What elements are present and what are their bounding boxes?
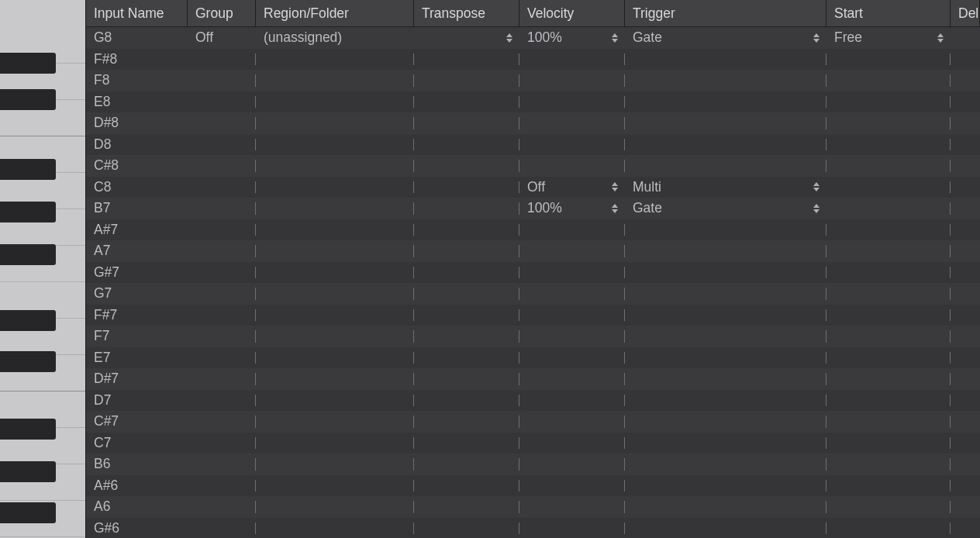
table-row[interactable]: B7100%Gate — [86, 198, 980, 219]
cell-del[interactable] — [951, 240, 980, 262]
cell-start[interactable] — [826, 305, 951, 326]
table-row[interactable]: A7 — [86, 240, 980, 262]
cell-transpose[interactable] — [414, 347, 519, 369]
cell-velocity[interactable] — [519, 219, 625, 241]
cell-group[interactable] — [188, 262, 256, 284]
col-velocity[interactable]: Velocity — [519, 0, 625, 26]
cell-velocity[interactable] — [519, 49, 625, 71]
cell-group[interactable] — [188, 411, 256, 433]
cell-region[interactable] — [256, 177, 414, 198]
cell-transpose[interactable] — [414, 27, 519, 49]
cell-trigger[interactable] — [625, 91, 826, 113]
cell-region[interactable]: (unassigned) — [256, 27, 414, 49]
cell-start[interactable] — [826, 454, 951, 475]
table-row[interactable]: C#7 — [86, 411, 980, 433]
cell-del[interactable] — [951, 70, 980, 91]
cell-trigger[interactable] — [625, 134, 826, 156]
cell-start[interactable] — [826, 518, 951, 539]
cell-start[interactable] — [826, 390, 951, 412]
cell-velocity[interactable] — [519, 91, 625, 113]
cell-group[interactable] — [188, 305, 256, 326]
cell-velocity[interactable] — [519, 240, 625, 262]
cell-trigger[interactable]: Gate — [625, 198, 826, 219]
table-row[interactable]: E8 — [86, 91, 980, 113]
cell-del[interactable] — [951, 262, 980, 284]
black-key[interactable] — [0, 53, 56, 74]
cell-del[interactable] — [951, 347, 980, 369]
cell-start[interactable] — [826, 326, 951, 347]
cell-transpose[interactable] — [414, 433, 519, 454]
cell-region[interactable] — [256, 347, 414, 369]
cell-transpose[interactable] — [414, 91, 519, 113]
cell-transpose[interactable] — [414, 475, 519, 497]
cell-del[interactable] — [951, 433, 980, 454]
cell-start[interactable] — [826, 475, 951, 497]
table-row[interactable]: A#6 — [86, 475, 980, 497]
table-row[interactable]: D7 — [86, 390, 980, 412]
cell-start[interactable] — [826, 347, 951, 369]
cell-del[interactable] — [951, 91, 980, 113]
cell-trigger[interactable] — [625, 240, 826, 262]
cell-velocity[interactable] — [519, 433, 625, 454]
col-group[interactable]: Group — [188, 0, 256, 26]
cell-transpose[interactable] — [414, 49, 519, 71]
cell-del[interactable] — [951, 305, 980, 326]
cell-start[interactable] — [826, 283, 951, 305]
cell-trigger[interactable] — [625, 70, 826, 91]
table-row[interactable]: G#6 — [86, 518, 980, 539]
cell-group[interactable] — [188, 496, 256, 518]
cell-start[interactable] — [826, 240, 951, 262]
cell-transpose[interactable] — [414, 326, 519, 347]
cell-velocity[interactable] — [519, 475, 625, 497]
table-row[interactable]: G8Off(unassigned)100%GateFree — [86, 27, 980, 49]
cell-region[interactable] — [256, 390, 414, 412]
cell-start[interactable] — [826, 411, 951, 433]
black-key[interactable] — [0, 244, 56, 265]
table-row[interactable]: E7 — [86, 347, 980, 369]
cell-del[interactable] — [951, 177, 980, 198]
cell-start[interactable] — [826, 91, 951, 113]
cell-transpose[interactable] — [414, 177, 519, 198]
cell-group[interactable] — [188, 240, 256, 262]
cell-trigger[interactable] — [625, 390, 826, 412]
cell-transpose[interactable] — [414, 219, 519, 241]
cell-velocity[interactable] — [519, 155, 625, 177]
col-start[interactable]: Start — [826, 0, 951, 26]
cell-del[interactable] — [951, 411, 980, 433]
col-region[interactable]: Region/Folder — [256, 0, 414, 26]
cell-group[interactable] — [188, 475, 256, 497]
cell-group[interactable] — [188, 70, 256, 91]
table-row[interactable]: A#7 — [86, 219, 980, 241]
black-key[interactable] — [0, 502, 56, 523]
cell-del[interactable] — [951, 112, 980, 134]
stepper-icon[interactable] — [609, 202, 620, 216]
cell-region[interactable] — [256, 112, 414, 134]
cell-group[interactable] — [188, 326, 256, 347]
cell-group[interactable] — [188, 283, 256, 305]
cell-group[interactable] — [188, 390, 256, 412]
cell-transpose[interactable] — [414, 283, 519, 305]
cell-trigger[interactable] — [625, 155, 826, 177]
cell-transpose[interactable] — [414, 198, 519, 219]
table-row[interactable]: G7 — [86, 283, 980, 305]
cell-trigger[interactable] — [625, 305, 826, 326]
cell-region[interactable] — [256, 305, 414, 326]
cell-region[interactable] — [256, 496, 414, 518]
cell-velocity[interactable] — [519, 112, 625, 134]
cell-velocity[interactable]: 100% — [519, 27, 625, 49]
cell-velocity[interactable] — [519, 411, 625, 433]
cell-del[interactable] — [951, 454, 980, 475]
cell-group[interactable]: Off — [188, 27, 256, 49]
cell-del[interactable] — [951, 283, 980, 305]
cell-del[interactable] — [951, 27, 980, 49]
cell-del[interactable] — [951, 475, 980, 497]
cell-group[interactable] — [188, 219, 256, 241]
stepper-icon[interactable] — [811, 202, 822, 216]
cell-velocity[interactable] — [519, 518, 625, 539]
table-row[interactable]: C8OffMulti — [86, 177, 980, 198]
cell-velocity[interactable] — [519, 283, 625, 305]
table-row[interactable]: C#8 — [86, 155, 980, 177]
cell-region[interactable] — [256, 219, 414, 241]
cell-region[interactable] — [256, 411, 414, 433]
cell-transpose[interactable] — [414, 70, 519, 91]
